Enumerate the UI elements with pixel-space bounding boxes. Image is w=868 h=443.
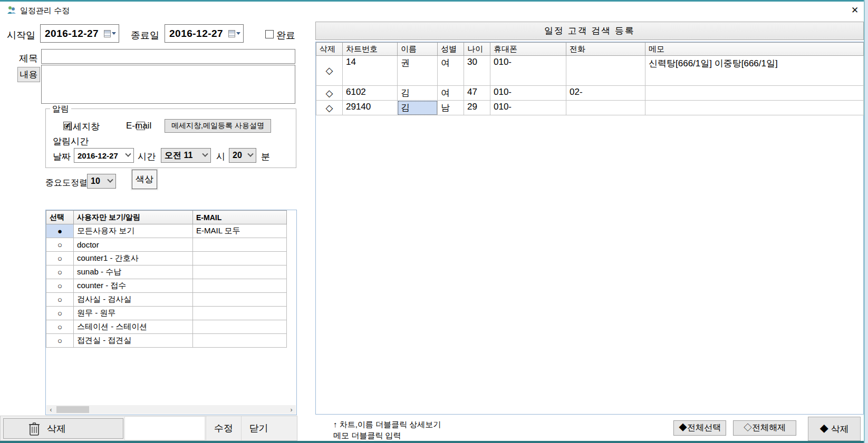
alarm-date-select[interactable]: 2016-12-27 [74, 148, 134, 163]
user-row[interactable]: ○ 스테이션 - 스테이션 [46, 320, 287, 334]
user-cell[interactable]: 스테이션 - 스테이션 [74, 320, 193, 334]
radio-icon[interactable]: ○ [46, 293, 74, 307]
mobile-cell[interactable]: 010- [490, 101, 566, 115]
email-cell[interactable] [193, 334, 287, 348]
customer-row[interactable]: ◇ 6102 김 여 47 010- 02- [316, 86, 864, 101]
user-row[interactable]: ○ 접견실 - 접견실 [46, 334, 287, 348]
memo-cell[interactable]: 신력탕[666/1일] 이중탕[666/1일] [645, 56, 864, 86]
user-cell[interactable]: sunab - 수납 [74, 265, 193, 279]
user-row[interactable]: ○ doctor [46, 238, 287, 252]
alarm-minute-select[interactable]: 20 [229, 148, 256, 163]
user-row[interactable]: ○ counter - 접수 [46, 279, 287, 293]
phone-cell[interactable]: 02- [566, 86, 645, 101]
radio-icon[interactable]: ○ [46, 238, 74, 252]
diamond-icon[interactable]: ◇ [316, 101, 343, 115]
customer-row[interactable]: ◇ 14 권 여 30 010- 신력탕[666/1일] 이중탕[666/1일] [316, 56, 864, 86]
email-cell[interactable] [193, 252, 287, 265]
start-date-picker[interactable] [104, 30, 116, 37]
col-header-chart-no[interactable]: 차트번호 [343, 43, 398, 56]
delete-schedule-button[interactable]: 삭제 [3, 418, 123, 439]
start-date-input[interactable]: 2016-12-27 [40, 24, 119, 43]
col-header-select[interactable]: 선택 [46, 211, 74, 224]
diamond-icon[interactable]: ◇ [316, 86, 343, 101]
col-header-sex[interactable]: 성별 [438, 43, 464, 56]
col-header-user[interactable]: 사용자만 보기/알림 [74, 211, 193, 224]
mobile-cell[interactable]: 010- [490, 56, 566, 86]
email-cell[interactable] [193, 320, 287, 334]
scroll-right-icon[interactable]: › [287, 406, 296, 414]
delete-selected-button[interactable]: ◆ 삭제 [808, 417, 861, 441]
col-header-name[interactable]: 이름 [398, 43, 438, 56]
user-cell[interactable]: 접견실 - 접견실 [74, 334, 193, 348]
chart-no-cell[interactable]: 29140 [343, 101, 398, 115]
content-textarea[interactable] [41, 65, 295, 104]
email-cell[interactable] [193, 293, 287, 307]
mobile-cell[interactable]: 010- [490, 86, 566, 101]
radio-icon[interactable]: ○ [46, 307, 74, 320]
radio-icon[interactable]: ○ [46, 334, 74, 348]
age-cell[interactable]: 30 [464, 56, 490, 86]
user-row[interactable]: ○ counter1 - 간호사 [46, 252, 287, 265]
priority-select[interactable]: 10 [87, 174, 116, 189]
title-input[interactable] [41, 49, 295, 64]
email-cell[interactable] [193, 307, 287, 320]
name-cell[interactable]: 김 [398, 86, 438, 101]
color-button[interactable]: 색상 [132, 170, 157, 189]
radio-icon[interactable]: ○ [46, 252, 74, 265]
user-row[interactable]: ○ 검사실 - 검사실 [46, 293, 287, 307]
user-cell[interactable]: 원무 - 원무 [74, 307, 193, 320]
user-row[interactable]: ● 모든사용자 보기 E-MAIL 모두 [46, 224, 287, 238]
col-header-memo[interactable]: 메모 [645, 43, 864, 56]
chart-no-cell[interactable]: 14 [343, 56, 398, 86]
user-cell[interactable]: counter1 - 간호사 [74, 252, 193, 265]
user-row[interactable]: ○ 원무 - 원무 [46, 307, 287, 320]
end-date-input[interactable]: 2016-12-27 [165, 24, 244, 43]
col-header-age[interactable]: 나이 [464, 43, 490, 56]
done-checkbox[interactable] [265, 30, 274, 38]
scroll-left-icon[interactable]: ‹ [46, 406, 55, 414]
alarm-time-label: 알림시간 [53, 135, 89, 147]
radio-icon[interactable]: ○ [46, 279, 74, 293]
phone-cell[interactable] [566, 56, 645, 86]
diamond-icon[interactable]: ◇ [316, 56, 343, 86]
age-cell[interactable]: 29 [464, 101, 490, 115]
phone-cell[interactable] [566, 101, 645, 115]
radio-selected-icon[interactable]: ● [46, 224, 74, 238]
sex-cell[interactable]: 여 [438, 56, 464, 86]
end-date-picker[interactable] [228, 30, 240, 37]
close-dialog-button[interactable]: 닫기 [241, 416, 276, 440]
user-cell[interactable]: 모든사용자 보기 [74, 224, 193, 238]
name-cell[interactable]: 권 [398, 56, 438, 86]
scrollbar-thumb[interactable] [56, 406, 89, 413]
memo-cell[interactable] [645, 86, 864, 101]
radio-icon[interactable]: ○ [46, 265, 74, 279]
email-cell[interactable] [193, 279, 287, 293]
deselect-all-button[interactable]: ◇전체해제 [733, 420, 796, 436]
user-cell[interactable]: doctor [74, 238, 193, 252]
memo-cell[interactable] [645, 101, 864, 115]
email-cell[interactable] [193, 265, 287, 279]
edit-button[interactable]: 수정 [206, 416, 241, 440]
chart-no-cell[interactable]: 6102 [343, 86, 398, 101]
alarm-hour-select[interactable]: 오전 11 [161, 148, 211, 163]
sex-cell[interactable]: 남 [438, 101, 464, 115]
horizontal-scrollbar[interactable]: ‹ › [46, 405, 296, 414]
close-icon[interactable]: ✕ [846, 4, 864, 17]
content-button[interactable]: 내용 [17, 67, 40, 82]
col-header-mobile[interactable]: 휴대폰 [490, 43, 566, 56]
help-button[interactable]: 메세지창,메일등록 사용설명 [165, 119, 271, 133]
user-row[interactable]: ○ sunab - 수납 [46, 265, 287, 279]
name-cell-selected[interactable]: 김 [398, 101, 438, 115]
customer-row[interactable]: ◇ 29140 김 남 29 010- [316, 101, 864, 115]
sex-cell[interactable]: 여 [438, 86, 464, 101]
select-all-button[interactable]: ◆전체선택 [673, 420, 726, 436]
age-cell[interactable]: 47 [464, 86, 490, 101]
radio-icon[interactable]: ○ [46, 320, 74, 334]
col-header-email[interactable]: E-MAIL [193, 211, 287, 224]
user-cell[interactable]: 검사실 - 검사실 [74, 293, 193, 307]
email-cell[interactable] [193, 238, 287, 252]
col-header-phone[interactable]: 전화 [566, 43, 645, 56]
col-header-delete[interactable]: 삭제 [316, 43, 343, 56]
email-cell[interactable]: E-MAIL 모두 [193, 224, 287, 238]
user-cell[interactable]: counter - 접수 [74, 279, 193, 293]
